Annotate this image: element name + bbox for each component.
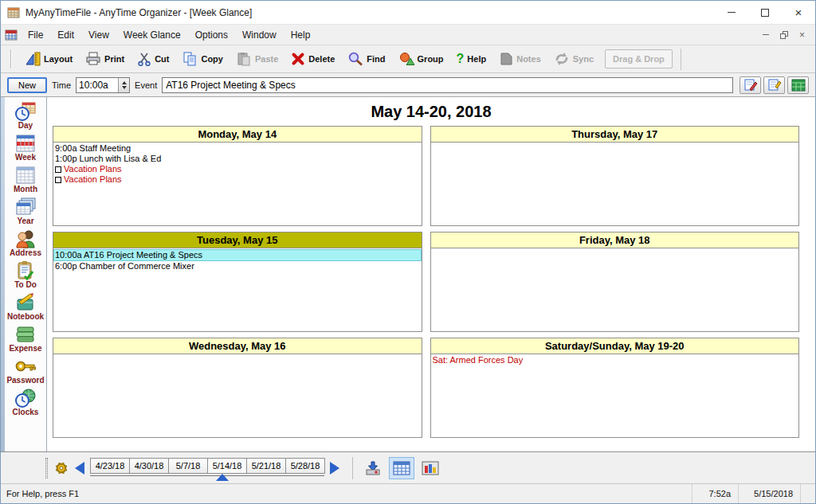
sidebar-item-expense[interactable]: Expense bbox=[9, 324, 41, 353]
sidebar-item-password[interactable]: Password bbox=[6, 356, 44, 385]
week-tabs: 4/23/18 4/30/18 5/7/18 5/14/18 5/21/18 5… bbox=[90, 456, 324, 480]
clocks-icon bbox=[14, 388, 37, 408]
week-icon bbox=[14, 133, 37, 154]
day-panel-thursday[interactable]: Thursday, May 17 bbox=[430, 126, 800, 226]
menu-edit[interactable]: Edit bbox=[50, 26, 81, 44]
sync-button: Sync bbox=[547, 49, 600, 68]
resize-grip[interactable] bbox=[800, 484, 815, 503]
menu-file[interactable]: File bbox=[21, 26, 50, 44]
todo-icon bbox=[14, 260, 37, 281]
event-edit-button[interactable] bbox=[740, 76, 761, 94]
event-pen-icon bbox=[743, 79, 758, 92]
status-help-text: For Help, press F1 bbox=[1, 489, 692, 498]
mdi-minimize-button[interactable] bbox=[763, 34, 769, 35]
toolbar-grip[interactable] bbox=[10, 49, 12, 68]
menu-week-glance[interactable]: Week Glance bbox=[116, 26, 188, 44]
group-button[interactable]: Group bbox=[392, 49, 450, 68]
week-tab-active[interactable]: 5/14/18 bbox=[207, 458, 247, 474]
previous-weeks-button[interactable] bbox=[75, 462, 84, 475]
day-panels-grid: Monday, May 14 9:00a Staff Meeting 1:00p… bbox=[53, 126, 799, 438]
drag-drop-button: Drag & Drop bbox=[605, 49, 673, 68]
day-header: Friday, May 18 bbox=[431, 232, 799, 248]
delete-button[interactable]: Delete bbox=[284, 49, 341, 68]
event-view-button[interactable] bbox=[787, 76, 809, 94]
day-panel-monday[interactable]: Monday, May 14 9:00a Staff Meeting 1:00p… bbox=[53, 126, 422, 226]
mdi-close-button[interactable]: × bbox=[799, 29, 805, 41]
selected-event-item[interactable]: 10:00a AT16 Project Meeting & Specs bbox=[53, 249, 422, 261]
goto-date-icon bbox=[364, 460, 382, 476]
todo-item[interactable]: Vacation Plans bbox=[53, 174, 422, 185]
event-item[interactable]: 6:00p Chamber of Commerce Mixer bbox=[53, 261, 422, 272]
new-button[interactable]: New bbox=[7, 77, 47, 93]
maximize-button[interactable] bbox=[748, 1, 782, 24]
notes-button: Notes bbox=[492, 49, 547, 68]
spin-down-icon bbox=[122, 86, 127, 89]
week-tab[interactable]: 5/28/18 bbox=[285, 458, 325, 474]
expense-icon bbox=[14, 324, 37, 345]
event-item[interactable]: 9:00a Staff Meeting bbox=[53, 143, 422, 154]
chart-view-icon bbox=[422, 461, 439, 475]
settings-gear-icon[interactable] bbox=[53, 460, 69, 476]
event-input[interactable] bbox=[162, 77, 733, 93]
layout-button[interactable]: Layout bbox=[18, 49, 79, 68]
holiday-item[interactable]: Sat: Armed Forces Day bbox=[431, 355, 799, 365]
day-header-today: Tuesday, May 15 bbox=[53, 232, 422, 248]
cut-button[interactable]: Cut bbox=[131, 49, 175, 68]
time-label: Time bbox=[52, 80, 71, 90]
maximize-icon bbox=[761, 9, 769, 17]
weekbar-grip[interactable] bbox=[45, 458, 48, 479]
week-tab[interactable]: 5/7/18 bbox=[168, 458, 208, 474]
sidebar-item-address[interactable]: Address bbox=[10, 229, 41, 257]
sidebar-item-month[interactable]: Month bbox=[14, 165, 37, 193]
time-spin-buttons[interactable] bbox=[118, 78, 129, 92]
sidebar-item-notebook[interactable]: Notebook bbox=[7, 292, 44, 321]
day-panel-wednesday[interactable]: Wednesday, May 16 bbox=[53, 338, 422, 438]
sidebar-item-year[interactable]: Year bbox=[14, 197, 37, 225]
todo-checkbox[interactable] bbox=[55, 177, 61, 183]
sidebar-item-week[interactable]: Week bbox=[14, 133, 37, 162]
help-button[interactable]: ? Help bbox=[450, 51, 493, 67]
print-button[interactable]: Print bbox=[79, 49, 131, 68]
sidebar-item-clocks[interactable]: Clocks bbox=[13, 388, 39, 416]
event-item[interactable]: 1:00p Lunch with Lisa & Ed bbox=[53, 154, 422, 164]
address-icon bbox=[14, 229, 37, 249]
menu-help[interactable]: Help bbox=[284, 26, 318, 44]
minimize-icon bbox=[728, 12, 736, 13]
week-view-button[interactable] bbox=[389, 457, 414, 479]
close-icon: × bbox=[795, 6, 802, 18]
copy-icon bbox=[182, 52, 198, 66]
menu-window[interactable]: Window bbox=[235, 26, 284, 44]
goto-date-button[interactable] bbox=[360, 457, 386, 479]
close-button[interactable]: × bbox=[782, 1, 815, 24]
menu-view[interactable]: View bbox=[81, 26, 116, 44]
week-tabs-track bbox=[90, 475, 324, 476]
week-tab[interactable]: 4/30/18 bbox=[129, 458, 169, 474]
next-weeks-button[interactable] bbox=[330, 462, 339, 475]
week-tab[interactable]: 5/21/18 bbox=[246, 458, 286, 474]
main-area: Day Week Month Year Address To Do bbox=[1, 97, 815, 451]
day-panel-friday[interactable]: Friday, May 18 bbox=[430, 232, 800, 332]
sidebar-item-todo[interactable]: To Do bbox=[14, 260, 37, 289]
day-panel-tuesday[interactable]: Tuesday, May 15 10:00a AT16 Project Meet… bbox=[53, 232, 422, 332]
todo-checkbox[interactable] bbox=[55, 166, 61, 173]
time-input[interactable] bbox=[76, 78, 118, 92]
day-panel-satsun[interactable]: Saturday/Sunday, May 19-20 Sat: Armed Fo… bbox=[430, 338, 800, 438]
month-icon bbox=[14, 165, 37, 186]
sidebar-item-day[interactable]: Day bbox=[14, 101, 37, 130]
find-button[interactable]: Find bbox=[341, 49, 391, 68]
day-header: Saturday/Sunday, May 19-20 bbox=[431, 338, 799, 354]
mdi-restore-button[interactable] bbox=[780, 31, 788, 39]
week-tab[interactable]: 4/23/18 bbox=[90, 458, 130, 474]
todo-item[interactable]: Vacation Plans bbox=[53, 164, 422, 174]
minimize-button[interactable] bbox=[715, 1, 748, 24]
help-icon: ? bbox=[457, 53, 465, 64]
notes-icon bbox=[499, 52, 513, 66]
app-window: MyAnyTimeFile - AnyTime Organizer - [Wee… bbox=[0, 0, 816, 504]
copy-button[interactable]: Copy bbox=[175, 49, 230, 68]
event-note-button[interactable] bbox=[763, 76, 785, 94]
chart-view-button[interactable] bbox=[418, 457, 443, 479]
view-sidebar: Day Week Month Year Address To Do bbox=[1, 97, 47, 451]
mdi-close-icon: × bbox=[799, 29, 805, 41]
menu-options[interactable]: Options bbox=[188, 26, 235, 44]
layout-icon bbox=[25, 52, 41, 66]
